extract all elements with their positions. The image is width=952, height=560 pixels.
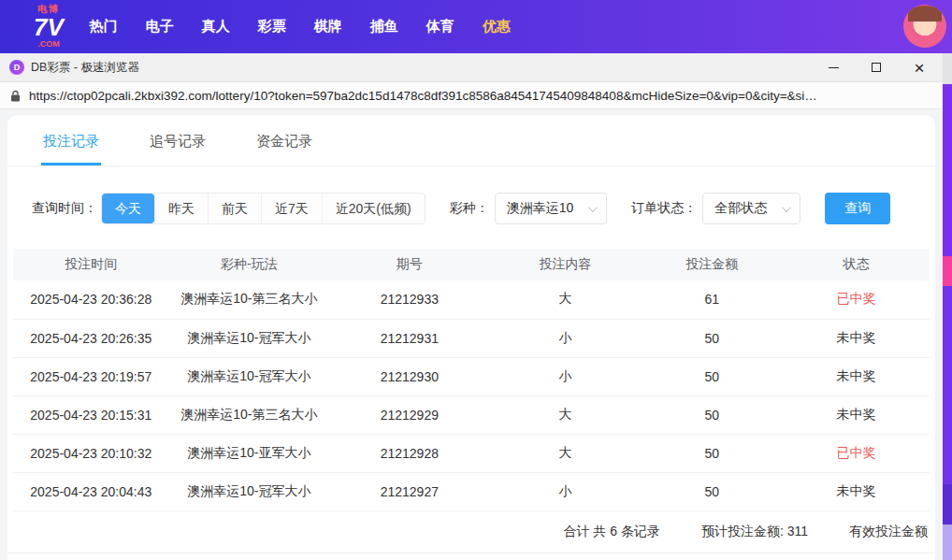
- site-nav-item-promo[interactable]: 优惠: [483, 18, 511, 36]
- site-nav-item-slots[interactable]: 电子: [146, 18, 174, 36]
- site-logo-domain: .COM: [37, 40, 60, 49]
- cell-issue: 21212933: [329, 280, 490, 319]
- maximize-button[interactable]: [866, 58, 887, 77]
- cell-status: 未中奖: [783, 472, 930, 510]
- cell-content: 大: [490, 434, 642, 472]
- cell-play: 澳洲幸运10-冠军大小: [169, 319, 330, 357]
- cell-issue: 21212930: [329, 357, 490, 395]
- close-button[interactable]: ×: [909, 58, 930, 77]
- background-page-strip: [943, 53, 952, 560]
- cell-status: 已中奖: [783, 434, 930, 472]
- cell-play: 澳洲幸运10-第三名大小: [169, 280, 330, 319]
- cell-play: 澳洲幸运10-冠军大小: [169, 357, 330, 395]
- cell-status: 未中奖: [783, 319, 930, 357]
- status-select-value: 全部状态: [714, 200, 767, 217]
- cell-content: 大: [490, 280, 642, 319]
- table-header: 投注时间彩种-玩法期号投注内容投注金额状态: [13, 249, 930, 280]
- minimize-button[interactable]: [823, 58, 844, 77]
- cell-amount: 50: [641, 357, 783, 395]
- site-nav-item-fishing[interactable]: 捕鱼: [370, 18, 398, 36]
- cell-time: 2025-04-23 20:15:31: [13, 395, 169, 434]
- table-header-row: 投注时间彩种-玩法期号投注内容投注金额状态: [13, 249, 930, 280]
- minimize-icon: [829, 67, 839, 68]
- cell-status: 未中奖: [783, 357, 930, 395]
- table-row: 2025-04-23 20:10:32澳洲幸运10-亚军大小21212928大5…: [13, 434, 930, 472]
- status-select[interactable]: 全部状态: [702, 193, 801, 224]
- summary-valid-amount: 有效投注金额: [849, 524, 928, 540]
- cell-issue: 21212928: [329, 434, 490, 472]
- cell-play: 澳洲幸运10-亚军大小: [169, 434, 330, 472]
- tab-fund-records[interactable]: 资金记录: [254, 115, 314, 165]
- window-controls: ×: [823, 58, 930, 77]
- cell-play: 澳洲幸运10-冠军大小: [169, 472, 330, 510]
- cell-time: 2025-04-23 20:19:57: [13, 357, 169, 395]
- table-summary: 合计 共 6 条记录 预计投注金额: 311 有效投注金额: [7, 511, 935, 553]
- table-row: 2025-04-23 20:26:35澳洲幸运10-冠军大小21212931小5…: [13, 319, 930, 357]
- browser-titlebar: D DB彩票 - 极速浏览器 ×: [0, 53, 943, 82]
- time-option[interactable]: 近7天: [261, 194, 322, 223]
- site-nav-item-cards[interactable]: 棋牌: [314, 18, 342, 36]
- cell-issue: 21212929: [329, 395, 490, 434]
- cell-time: 2025-04-23 20:26:35: [13, 319, 169, 357]
- tab-chase-records[interactable]: 追号记录: [148, 115, 208, 165]
- lottery-filter-label: 彩种：: [450, 200, 489, 217]
- lottery-select-value: 澳洲幸运10: [507, 200, 574, 217]
- browser-app-icon: D: [9, 60, 24, 75]
- site-nav-item-lottery[interactable]: 彩票: [258, 18, 286, 36]
- column-header: 投注内容: [490, 249, 642, 280]
- cell-play: 澳洲幸运10-第三名大小: [169, 395, 330, 434]
- time-option[interactable]: 今天: [102, 194, 154, 223]
- cell-amount: 50: [641, 395, 783, 434]
- record-tabs: 投注记录追号记录资金记录: [7, 115, 935, 166]
- lock-icon: [10, 90, 21, 102]
- site-nav-item-sports[interactable]: 体育: [426, 18, 454, 36]
- bet-records-table: 投注时间彩种-玩法期号投注内容投注金额状态 2025-04-23 20:36:2…: [13, 249, 930, 511]
- time-option[interactable]: 昨天: [154, 194, 208, 223]
- user-avatar[interactable]: [903, 5, 946, 48]
- column-header: 投注金额: [641, 249, 783, 280]
- cell-content: 小: [490, 357, 642, 395]
- summary-total: 合计 共 6 条记录: [563, 524, 659, 540]
- cell-status: 已中奖: [783, 280, 930, 319]
- filter-bar: 查询时间： 今天昨天前天近7天近20天(低频) 彩种： 澳洲幸运10 订单状态：…: [32, 193, 935, 224]
- time-filter-label: 查询时间：: [32, 200, 97, 217]
- lottery-select[interactable]: 澳洲幸运10: [495, 193, 608, 224]
- column-header: 状态: [783, 249, 930, 280]
- window-title: DB彩票 - 极速浏览器: [31, 60, 139, 76]
- cell-amount: 61: [641, 280, 783, 319]
- table-body: 2025-04-23 20:36:28澳洲幸运10-第三名大小21212933大…: [13, 280, 930, 510]
- screen: 电博 7V .COM 热门电子真人彩票棋牌捕鱼体育优惠 D DB彩票 - 极速浏…: [0, 0, 952, 560]
- site-logo[interactable]: 电博 7V .COM: [34, 5, 64, 49]
- cell-time: 2025-04-23 20:04:43: [13, 472, 169, 510]
- time-option[interactable]: 前天: [208, 194, 261, 223]
- cell-time: 2025-04-23 20:10:32: [13, 434, 169, 472]
- site-nav-menu: 热门电子真人彩票棋牌捕鱼体育优惠: [90, 18, 511, 36]
- site-top-nav: 电博 7V .COM 热门电子真人彩票棋牌捕鱼体育优惠: [0, 0, 952, 53]
- column-header: 投注时间: [13, 249, 169, 280]
- chevron-down-icon: [588, 203, 598, 212]
- cell-time: 2025-04-23 20:36:28: [13, 280, 169, 319]
- url-text[interactable]: https://ctop02pcali.2kbxi392.com/lottery…: [29, 89, 932, 103]
- table-row: 2025-04-23 20:19:57澳洲幸运10-冠军大小21212930小5…: [13, 357, 930, 395]
- summary-expected-amount: 预计投注金额: 311: [701, 524, 808, 540]
- titlebar-left: D DB彩票 - 极速浏览器: [9, 60, 139, 76]
- table-row: 2025-04-23 20:36:28澳洲幸运10-第三名大小21212933大…: [13, 280, 930, 319]
- cell-amount: 50: [641, 319, 783, 357]
- cell-amount: 50: [641, 472, 783, 510]
- table-row: 2025-04-23 20:15:31澳洲幸运10-第三名大小21212929大…: [13, 395, 930, 434]
- cell-status: 未中奖: [783, 395, 930, 434]
- records-card: 投注记录追号记录资金记录 查询时间： 今天昨天前天近7天近20天(低频) 彩种：…: [7, 115, 935, 560]
- site-nav-item-hot[interactable]: 热门: [90, 18, 118, 36]
- query-button[interactable]: 查询: [825, 193, 890, 224]
- column-header: 期号: [329, 249, 490, 280]
- status-filter-label: 订单状态：: [631, 200, 697, 217]
- column-header: 彩种-玩法: [169, 249, 330, 280]
- table-row: 2025-04-23 20:04:43澳洲幸运10-冠军大小21212927小5…: [13, 472, 930, 510]
- cell-amount: 50: [641, 434, 783, 472]
- cell-issue: 21212931: [329, 319, 490, 357]
- cell-content: 小: [490, 472, 642, 510]
- site-nav-item-live[interactable]: 真人: [202, 18, 230, 36]
- site-logo-text: 7V: [34, 15, 64, 39]
- tab-bet-records[interactable]: 投注记录: [41, 115, 101, 165]
- time-option[interactable]: 近20天(低频): [322, 194, 425, 223]
